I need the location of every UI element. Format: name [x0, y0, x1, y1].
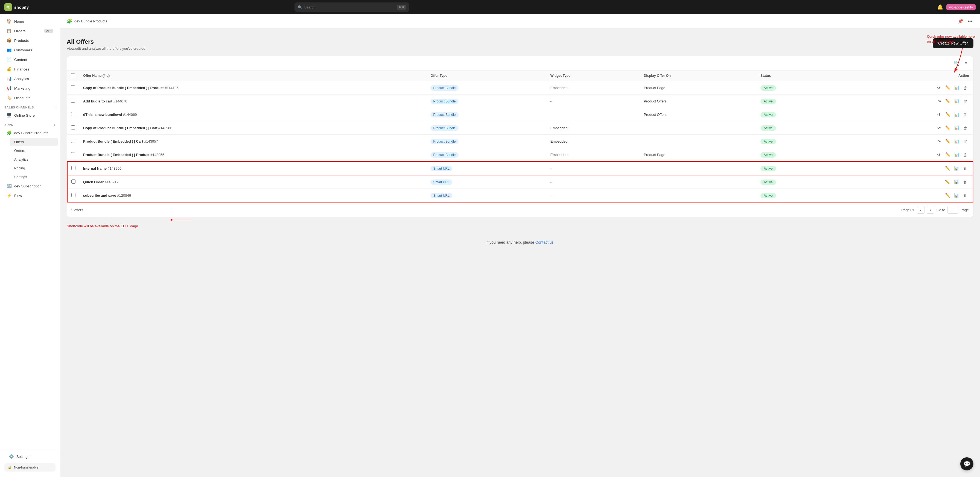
sidebar-item-offers[interactable]: Offers [10, 138, 58, 146]
status-badge: Active [760, 139, 776, 144]
edit-button[interactable]: ✏️ [943, 165, 952, 172]
sidebar-item-sub-pricing[interactable]: Pricing [10, 164, 58, 173]
delete-button[interactable]: 🗑 [962, 151, 969, 158]
delete-button[interactable]: 🗑 [962, 125, 969, 132]
sidebar-item-marketing[interactable]: 📢 Marketing [2, 84, 58, 93]
view-button[interactable]: 👁 [936, 125, 943, 132]
sidebar-item-orders[interactable]: 📋 Orders 212 [2, 26, 58, 35]
row-checkbox[interactable] [71, 85, 75, 89]
widget-type-cell: - [547, 175, 640, 189]
chat-bubble[interactable]: 💬 [960, 457, 974, 471]
sidebar-item-sub-analytics-label: Analytics [14, 157, 29, 162]
edit-button[interactable]: ✏️ [943, 98, 952, 105]
row-checkbox[interactable] [71, 112, 75, 116]
total-count: 9 offers [72, 208, 83, 212]
search-table-button[interactable]: 🔍 [952, 60, 961, 67]
analytics-button[interactable]: 📊 [953, 111, 961, 118]
notification-bell-icon[interactable]: 🔔 [937, 4, 943, 10]
view-button[interactable]: 👁 [936, 111, 943, 118]
sidebar-item-settings[interactable]: ⚙️ Settings [5, 452, 56, 461]
sidebar-item-flow[interactable]: ⚡ Flow [2, 191, 58, 200]
delete-button[interactable]: 🗑 [962, 84, 969, 91]
row-checkbox[interactable] [71, 152, 75, 156]
edit-button[interactable]: ✏️ [943, 178, 952, 185]
sales-channels-section: Sales channels › [0, 103, 60, 110]
analytics-button[interactable]: 📊 [953, 124, 961, 132]
actions-cell: 👁 ✏️ 📊 🗑 [838, 84, 969, 91]
analytics-button[interactable]: 📊 [953, 84, 961, 91]
row-checkbox[interactable] [71, 125, 75, 130]
delete-button[interactable]: 🗑 [961, 179, 969, 185]
offer-name-cell: Product Bundle ( Embedded ) | Product #1… [79, 148, 426, 162]
more-actions-button[interactable]: ••• [967, 17, 974, 25]
search-input[interactable] [304, 5, 395, 9]
view-button[interactable]: 👁 [936, 84, 943, 91]
delete-button[interactable]: 🗑 [962, 111, 969, 118]
sidebar-item-sub-orders[interactable]: Orders [10, 146, 58, 155]
sidebar-footer: ⚙️ Settings 🔒 Non-transferable [0, 448, 60, 477]
status-badge: Active [760, 85, 776, 91]
view-button[interactable]: 👁 [936, 138, 943, 145]
sidebar-item-analytics[interactable]: 📊 Analytics [2, 74, 58, 83]
view-button[interactable]: 👁 [936, 98, 943, 105]
user-badge[interactable]: wc-apps-testify [947, 4, 975, 10]
offers-table: Offer Name (#id) Offer Type Widget Type … [67, 70, 973, 203]
quick-order-annotation: Quick oder now available here on all off… [927, 34, 976, 44]
orders-badge: 212 [44, 29, 53, 33]
row-checkbox[interactable] [71, 98, 75, 103]
delete-button[interactable]: 🗑 [962, 98, 969, 105]
sidebar-item-products[interactable]: 📦 Products [2, 36, 58, 45]
sidebar-item-sub-settings[interactable]: Settings [10, 173, 58, 181]
sidebar-item-products-label: Products [14, 38, 29, 43]
breadcrumb-actions: 📌 ••• [957, 17, 974, 25]
sidebar-item-online-store[interactable]: 🖥️ Online Store [2, 111, 58, 120]
prev-page-button[interactable]: ‹ [917, 206, 924, 214]
edit-button[interactable]: ✏️ [943, 138, 952, 145]
delete-button[interactable]: 🗑 [961, 192, 969, 199]
pin-button[interactable]: 📌 [957, 17, 964, 25]
sidebar-item-sub-settings-label: Settings [14, 175, 27, 179]
offer-name-cell: Quick Order #143912 [79, 175, 426, 189]
analytics-button[interactable]: 📊 [953, 151, 961, 158]
row-checkbox[interactable] [72, 179, 75, 184]
edit-button[interactable]: ✏️ [943, 111, 952, 118]
analytics-button[interactable]: 📊 [952, 178, 961, 185]
select-all-checkbox[interactable] [71, 73, 75, 77]
search-bar[interactable]: 🔍 ⌘ K [294, 2, 409, 12]
widget-type-cell: - [547, 162, 640, 175]
delete-button[interactable]: 🗑 [961, 165, 969, 172]
sidebar-item-customers[interactable]: 👥 Customers [2, 45, 58, 55]
edit-button[interactable]: ✏️ [943, 151, 952, 158]
sidebar-item-home[interactable]: 🏠 Home [2, 17, 58, 26]
next-page-button[interactable]: › [927, 206, 934, 214]
sidebar-item-content[interactable]: 📄 Content [2, 55, 58, 64]
actions-cell: ✏️ 📊 🗑 [838, 178, 969, 185]
finances-icon: 💰 [6, 67, 11, 71]
delete-button[interactable]: 🗑 [962, 138, 969, 145]
edit-button[interactable]: ✏️ [943, 192, 952, 199]
contact-us-link[interactable]: Contact us [535, 240, 554, 244]
row-checkbox[interactable] [72, 193, 75, 197]
page-number-input[interactable] [947, 206, 958, 214]
sidebar-item-sub-analytics[interactable]: Analytics [10, 155, 58, 164]
sidebar-item-sub-orders-label: Orders [14, 149, 25, 153]
orders-icon: 📋 [6, 29, 11, 33]
edit-button[interactable]: ✏️ [943, 84, 952, 91]
filter-table-button[interactable]: ≡ [963, 60, 969, 67]
analytics-button[interactable]: 📊 [952, 192, 961, 199]
analytics-button[interactable]: 📊 [952, 165, 961, 172]
row-checkbox[interactable] [71, 139, 75, 143]
col-widget-type: Widget Type [547, 70, 640, 81]
breadcrumb-app-icon: 🧩 [67, 19, 72, 24]
analytics-button[interactable]: 📊 [953, 98, 961, 105]
status-badge: Active [760, 193, 776, 198]
sidebar-item-finances[interactable]: 💰 Finances [2, 65, 58, 74]
analytics-button[interactable]: 📊 [953, 138, 961, 145]
sidebar-item-orders-label: Orders [14, 29, 25, 33]
view-button[interactable]: 👁 [936, 151, 943, 158]
row-checkbox[interactable] [72, 166, 75, 170]
edit-button[interactable]: ✏️ [943, 124, 952, 132]
sidebar-item-dev-subscription[interactable]: 🔄 dev Subscription [2, 181, 58, 191]
sidebar-item-discounts[interactable]: 🏷️ Discounts [2, 93, 58, 103]
sidebar-item-dev-bundle-products[interactable]: 🧩 dev Bundle Products [2, 128, 58, 138]
